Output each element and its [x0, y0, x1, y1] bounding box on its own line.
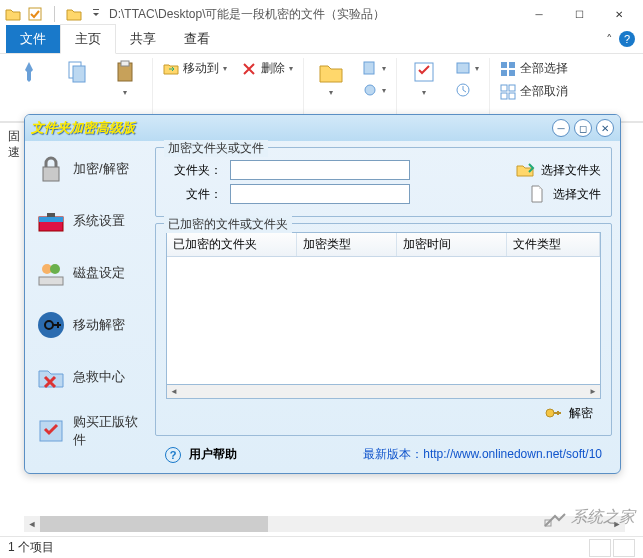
dialog-title: 文件夹加密高级版 [31, 119, 548, 137]
sidebar-item-label: 加密/解密 [73, 160, 129, 178]
info-icon: ? [165, 447, 181, 463]
svg-rect-15 [501, 85, 507, 91]
svg-rect-19 [43, 167, 59, 181]
svg-rect-17 [501, 93, 507, 99]
svg-rect-12 [509, 62, 515, 68]
file-icon [527, 184, 547, 204]
dialog-maximize-button[interactable]: ◻ [574, 119, 592, 137]
decrypt-button[interactable]: 解密 [543, 403, 593, 423]
col-time[interactable]: 加密时间 [397, 233, 507, 256]
sidebar-item-settings[interactable]: 系统设置 [29, 201, 151, 241]
version-link[interactable]: http://www.onlinedown.net/soft/10 [423, 447, 602, 461]
sidebar-item-encrypt[interactable]: 加密/解密 [29, 149, 151, 189]
svg-rect-11 [501, 62, 507, 68]
sidebar-item-label: 系统设置 [73, 212, 125, 230]
status-item-count: 1 个项目 [8, 539, 54, 556]
sidebar-item-disk[interactable]: 磁盘设定 [29, 253, 151, 293]
properties-button[interactable]: ▾ [403, 58, 445, 97]
folder-yellow-icon[interactable] [65, 5, 83, 23]
folder-label: 文件夹： [166, 162, 222, 179]
tab-home[interactable]: 主页 [60, 24, 116, 54]
select-folder-button[interactable]: 选择文件夹 [515, 160, 601, 180]
sidebar-item-label: 移动解密 [73, 316, 125, 334]
tab-file[interactable]: 文件 [6, 25, 60, 53]
dialog-minimize-button[interactable]: ─ [552, 119, 570, 137]
col-folder[interactable]: 已加密的文件夹 [167, 233, 297, 256]
encrypted-list-legend: 已加密的文件或文件夹 [164, 216, 292, 233]
folder-arrow-icon [515, 160, 535, 180]
sidebar-item-buy[interactable]: 购买正版软件 [29, 409, 151, 453]
key-disc-icon [35, 309, 67, 341]
svg-rect-13 [501, 70, 507, 76]
nav-pane-partial: 固 速 [8, 128, 20, 160]
watermark: 系统之家 [543, 507, 635, 528]
minimize-button[interactable]: ─ [519, 0, 559, 28]
purchase-icon [35, 415, 67, 447]
delete-button[interactable]: 删除▾ [237, 58, 297, 79]
checkbox-checked-icon[interactable] [26, 5, 44, 23]
ribbon-collapse-icon[interactable]: ˄ [606, 32, 613, 47]
folder-icon [4, 5, 22, 23]
tab-view[interactable]: 查看 [170, 25, 224, 53]
tab-share[interactable]: 共享 [116, 25, 170, 53]
folder-x-icon [35, 361, 67, 393]
dialog-titlebar: 文件夹加密高级版 ─ ◻ ✕ [25, 115, 620, 141]
svg-rect-1 [93, 9, 99, 10]
ribbon-tabs: 文件 主页 共享 查看 ˄ ? [0, 28, 643, 54]
address-path: D:\TTAC\Desktop\可能是一段机密的文件（实验品） [109, 6, 519, 23]
encrypted-listview[interactable]: 已加密的文件夹 加密类型 加密时间 文件类型 [166, 232, 601, 385]
move-to-button[interactable]: 移动到▾ [159, 58, 231, 79]
explorer-hscrollbar[interactable]: ◄ ► [24, 516, 625, 532]
lock-icon [35, 153, 67, 185]
sidebar-item-mobile[interactable]: 移动解密 [29, 305, 151, 345]
history-button[interactable] [451, 80, 483, 100]
select-file-button[interactable]: 选择文件 [527, 184, 601, 204]
help-icon[interactable]: ? [619, 31, 635, 47]
svg-rect-21 [39, 217, 63, 222]
listview-hscroll[interactable]: ◄► [166, 385, 601, 399]
toolbox-icon [35, 205, 67, 237]
view-details-button[interactable] [589, 539, 611, 557]
file-input[interactable] [230, 184, 410, 204]
encrypt-group: 加密文件夹或文件 文件夹： 选择文件夹 文件： 选择文件 [155, 147, 612, 217]
dialog-sidebar: 加密/解密 系统设置 磁盘设定 移动解密 急救中心 购买正版软件 [25, 141, 155, 473]
maximize-button[interactable]: ☐ [559, 0, 599, 28]
close-button[interactable]: ✕ [599, 0, 639, 28]
sidebar-item-label: 购买正版软件 [73, 413, 145, 449]
svg-rect-6 [364, 62, 374, 74]
svg-point-7 [365, 85, 375, 95]
svg-rect-14 [509, 70, 515, 76]
sidebar-item-label: 磁盘设定 [73, 264, 125, 282]
svg-rect-18 [509, 93, 515, 99]
sidebar-item-label: 急救中心 [73, 368, 125, 386]
view-icons-button[interactable] [613, 539, 635, 557]
easy-access-button[interactable]: ▾ [358, 80, 390, 100]
qat-dropdown-icon[interactable] [87, 5, 105, 23]
select-none-button[interactable]: 全部取消 [496, 81, 572, 102]
svg-rect-16 [509, 85, 515, 91]
pin-button[interactable] [8, 58, 50, 88]
svg-rect-5 [121, 61, 129, 66]
dialog-close-button[interactable]: ✕ [596, 119, 614, 137]
version-label: 最新版本：http://www.onlinedown.net/soft/10 [363, 446, 602, 463]
new-folder-button[interactable]: ▾ [310, 58, 352, 97]
paste-button[interactable]: ▾ [104, 58, 146, 97]
listview-header: 已加密的文件夹 加密类型 加密时间 文件类型 [167, 233, 600, 257]
col-filetype[interactable]: 文件类型 [507, 233, 600, 256]
folder-input[interactable] [230, 160, 410, 180]
encrypt-group-legend: 加密文件夹或文件 [164, 140, 268, 157]
open-button[interactable]: ▾ [451, 58, 483, 78]
sidebar-item-rescue[interactable]: 急救中心 [29, 357, 151, 397]
disk-users-icon [35, 257, 67, 289]
svg-rect-23 [39, 277, 63, 285]
select-all-button[interactable]: 全部选择 [496, 58, 572, 79]
svg-rect-3 [73, 66, 85, 82]
encrypt-dialog: 文件夹加密高级版 ─ ◻ ✕ 加密/解密 系统设置 磁盘设定 移动解密 [24, 114, 621, 474]
svg-point-28 [546, 409, 554, 417]
user-help-link[interactable]: 用户帮助 [189, 446, 237, 463]
col-type[interactable]: 加密类型 [297, 233, 397, 256]
encrypted-list-group: 已加密的文件或文件夹 已加密的文件夹 加密类型 加密时间 文件类型 ◄► 解密 [155, 223, 612, 436]
new-item-button[interactable]: ▾ [358, 58, 390, 78]
copy-button[interactable] [56, 58, 98, 88]
key-icon [543, 403, 563, 423]
